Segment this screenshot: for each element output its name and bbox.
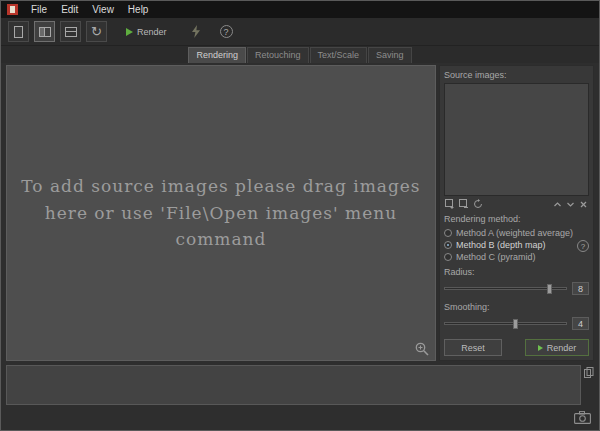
split-view-button[interactable] <box>34 21 55 42</box>
play-icon <box>538 345 543 351</box>
log-panel[interactable] <box>6 365 581 405</box>
method-c-radio[interactable]: Method C (pyramid) <box>444 252 573 262</box>
chevron-down-icon[interactable] <box>566 200 575 209</box>
smoothing-label: Smoothing: <box>444 302 589 312</box>
tab-bar: Rendering Retouching Text/Scale Saving <box>1 46 599 63</box>
app-logo-icon <box>7 4 18 15</box>
rendering-method-group: Method A (weighted average) Method B (de… <box>444 226 589 264</box>
radius-value[interactable]: 8 <box>572 282 589 295</box>
render-label: Render <box>137 27 167 37</box>
tab-text-scale[interactable]: Text/Scale <box>310 47 368 63</box>
app-window: File Edit View Help ↻ Render ? Rendering… <box>0 0 600 431</box>
camera-icon[interactable] <box>574 411 591 424</box>
method-b-radio[interactable]: Method B (depth map) <box>444 240 573 250</box>
menu-edit[interactable]: Edit <box>54 2 85 17</box>
content-area: To add source images please drag images … <box>1 63 599 363</box>
source-images-label: Source images: <box>444 70 589 80</box>
tab-rendering[interactable]: Rendering <box>188 47 246 63</box>
reset-label: Reset <box>461 343 485 353</box>
rendering-method-label: Rendering method: <box>444 214 589 224</box>
smoothing-value[interactable]: 4 <box>572 317 589 330</box>
rotate-icon: ↻ <box>91 25 102 38</box>
refresh-list-icon[interactable] <box>473 199 483 209</box>
status-bar <box>1 405 599 430</box>
document-icon <box>14 26 23 38</box>
copy-log-icon[interactable] <box>584 367 594 378</box>
menu-view[interactable]: View <box>85 2 121 17</box>
menu-help[interactable]: Help <box>121 2 156 17</box>
single-view-icon <box>65 27 77 37</box>
image-drop-area[interactable]: To add source images please drag images … <box>6 65 436 361</box>
render-button[interactable]: Render <box>525 339 589 356</box>
method-a-label: Method A (weighted average) <box>456 228 573 238</box>
close-icon[interactable] <box>579 200 588 209</box>
method-b-label: Method B (depth map) <box>456 240 546 250</box>
tab-retouching[interactable]: Retouching <box>247 47 309 63</box>
log-side-toolbar <box>584 365 594 405</box>
radius-slider-handle[interactable] <box>547 284 552 294</box>
source-images-toolbar <box>444 196 589 211</box>
reset-button[interactable]: Reset <box>444 339 502 356</box>
open-images-button[interactable] <box>8 21 29 42</box>
method-a-radio[interactable]: Method A (weighted average) <box>444 228 573 238</box>
toolbar-render-button[interactable]: Render <box>120 25 173 39</box>
source-images-list[interactable] <box>444 83 589 196</box>
help-icon[interactable]: ? <box>220 25 233 38</box>
split-view-icon <box>39 27 51 37</box>
radio-icon <box>444 229 452 237</box>
action-buttons: Reset Render <box>444 339 589 356</box>
add-image-icon[interactable] <box>445 199 455 209</box>
render-button-label: Render <box>547 343 577 353</box>
single-view-button[interactable] <box>60 21 81 42</box>
smoothing-slider-handle[interactable] <box>513 319 518 329</box>
zoom-icon[interactable] <box>415 342 429 356</box>
rotate-button[interactable]: ↻ <box>86 21 107 42</box>
drop-hint-text: To add source images please drag images … <box>7 173 435 252</box>
play-icon <box>126 28 133 36</box>
lightning-icon[interactable] <box>192 25 201 38</box>
chevron-up-icon[interactable] <box>553 200 562 209</box>
menu-bar: File Edit View Help <box>1 1 599 18</box>
radius-label: Radius: <box>444 267 589 277</box>
radius-slider[interactable] <box>444 287 567 290</box>
method-help-icon[interactable]: ? <box>577 240 589 252</box>
right-panel: Source images: <box>439 65 594 361</box>
menu-file[interactable]: File <box>24 2 54 17</box>
method-c-label: Method C (pyramid) <box>456 252 536 262</box>
remove-image-icon[interactable] <box>459 199 469 209</box>
radius-slider-row: 8 <box>444 282 589 295</box>
radio-icon <box>444 253 452 261</box>
bottom-area <box>1 363 599 405</box>
smoothing-slider[interactable] <box>444 322 567 325</box>
smoothing-slider-row: 4 <box>444 317 589 330</box>
radio-checked-icon <box>444 241 452 249</box>
toolbar: ↻ Render ? <box>1 18 599 46</box>
tab-saving[interactable]: Saving <box>368 47 412 63</box>
